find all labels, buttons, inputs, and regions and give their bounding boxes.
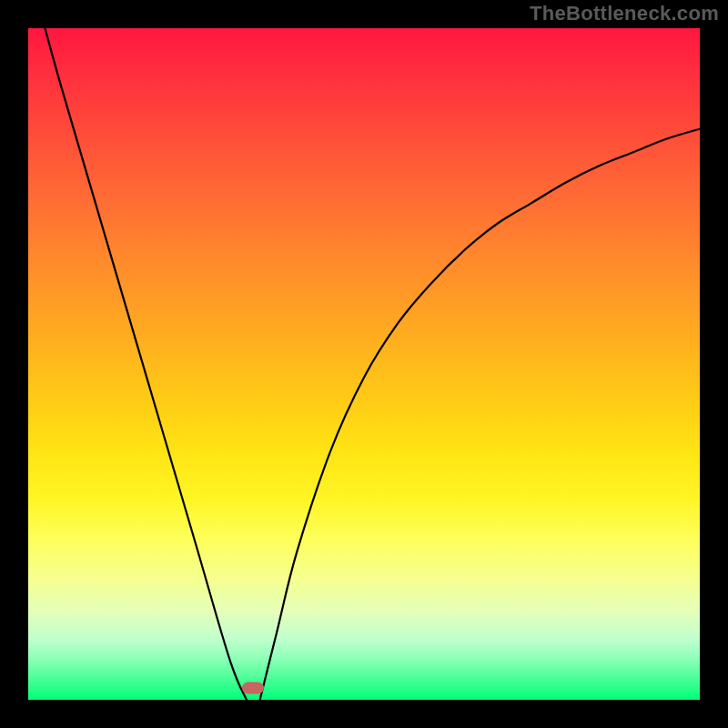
- curve-left: [45, 28, 246, 700]
- chart-frame: TheBottleneck.com: [0, 0, 728, 728]
- curve-right: [260, 129, 700, 700]
- curve-layer: [28, 28, 700, 700]
- plot-area: [28, 28, 700, 700]
- minimum-marker: [242, 682, 264, 694]
- watermark-text: TheBottleneck.com: [530, 2, 719, 25]
